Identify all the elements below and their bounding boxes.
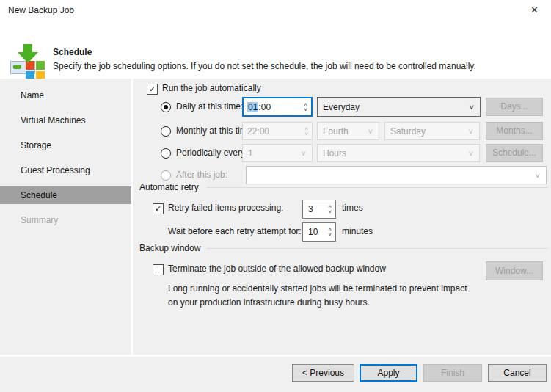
backup-window-group-title: Backup window bbox=[139, 243, 200, 254]
daily-time-input[interactable]: 01:00 ˄ ˅ bbox=[242, 97, 313, 117]
backup-window-description-line1: Long running or accidentally started job… bbox=[168, 283, 467, 294]
titlebar: New Backup Job ✕ bbox=[0, 0, 551, 21]
daily-time-hours[interactable]: 01 bbox=[247, 102, 258, 112]
wait-minutes-spinner[interactable]: ˄ ˅ bbox=[328, 227, 335, 237]
step-title: Schedule bbox=[53, 47, 92, 57]
sidebar-divider bbox=[131, 79, 133, 355]
daily-frequency-select[interactable]: Everyday ˅ bbox=[317, 97, 481, 117]
backup-job-icon bbox=[10, 44, 45, 84]
daily-radio[interactable] bbox=[161, 102, 171, 112]
chevron-down-icon: ˅ bbox=[469, 149, 473, 158]
automatic-retry-group-title: Automatic retry bbox=[139, 182, 199, 193]
run-automatically-label: Run the job automatically bbox=[162, 83, 261, 94]
new-backup-job-dialog: New Backup Job ✕ Schedule Specify the jo… bbox=[0, 0, 551, 392]
monthly-week-value: Fourth bbox=[323, 126, 349, 137]
sidebar-item-summary: Summary bbox=[0, 211, 131, 229]
wait-minutes-value[interactable]: 10 bbox=[308, 227, 318, 237]
monthly-week-select: Fourth ˅ bbox=[317, 122, 379, 140]
chevron-down-icon: ˅ bbox=[302, 149, 306, 158]
sidebar-item-virtual-machines[interactable]: Virtual Machines bbox=[0, 112, 131, 129]
window-title: New Backup Job bbox=[8, 5, 74, 15]
periodically-label: Periodically every: bbox=[176, 148, 247, 159]
terminate-checkbox[interactable] bbox=[153, 264, 164, 275]
after-job-label: After this job: bbox=[176, 170, 227, 181]
terminate-label: Terminate the job outside of the allowed… bbox=[168, 264, 386, 275]
spin-down-icon[interactable]: ˅ bbox=[328, 232, 332, 237]
window-button: Window... bbox=[486, 261, 543, 280]
chevron-down-icon: ˅ bbox=[470, 103, 474, 112]
daily-frequency-value: Everyday bbox=[323, 102, 360, 112]
retry-count-value[interactable]: 3 bbox=[308, 204, 313, 214]
retry-label: Retry failed items processing: bbox=[168, 203, 283, 214]
retry-suffix-label: times bbox=[342, 203, 363, 214]
chevron-down-icon: ˅ bbox=[368, 127, 373, 136]
run-automatically-checkbox[interactable]: ✓ bbox=[147, 84, 158, 95]
monthly-day-select: Saturday ˅ bbox=[384, 122, 480, 140]
daily-label: Daily at this time: bbox=[176, 101, 243, 112]
sidebar-item-schedule[interactable]: Schedule bbox=[0, 186, 131, 204]
days-button: Days... bbox=[486, 98, 543, 116]
spin-down-icon: ˅ bbox=[304, 131, 308, 137]
wait-suffix-label: minutes bbox=[342, 226, 373, 237]
step-description: Specify the job scheduling options. If y… bbox=[53, 61, 476, 71]
periodically-unit-value: Hours bbox=[323, 148, 346, 159]
schedule-button: Schedule... bbox=[486, 144, 543, 162]
spin-down-icon[interactable]: ˅ bbox=[328, 209, 332, 214]
retry-checkbox[interactable]: ✓ bbox=[153, 203, 164, 214]
monthly-time-spinner: ˄ ˅ bbox=[304, 126, 312, 137]
cancel-button[interactable]: Cancel bbox=[488, 364, 547, 382]
sidebar-item-guest-processing[interactable]: Guest Processing bbox=[0, 161, 131, 179]
periodically-value: 1 bbox=[248, 148, 253, 159]
after-job-select: ˅ bbox=[246, 166, 547, 184]
retry-count-input[interactable]: 3 ˄ ˅ bbox=[302, 200, 336, 219]
months-button: Months... bbox=[486, 122, 543, 140]
periodically-radio[interactable] bbox=[161, 148, 171, 159]
group-line bbox=[207, 248, 548, 249]
wait-minutes-input[interactable]: 10 ˄ ˅ bbox=[302, 222, 336, 242]
monthly-time-input: 22:00 ˄ ˅ bbox=[242, 122, 313, 140]
periodically-unit-select: Hours ˅ bbox=[317, 144, 480, 162]
monthly-time-value: 22:00 bbox=[247, 126, 269, 137]
wizard-header: Schedule Specify the job scheduling opti… bbox=[0, 21, 551, 79]
chevron-down-icon: ˅ bbox=[536, 171, 540, 180]
previous-button[interactable]: < Previous bbox=[292, 364, 354, 382]
periodically-value-select: 1 ˅ bbox=[242, 144, 313, 162]
group-line bbox=[207, 187, 548, 188]
chevron-down-icon: ˅ bbox=[469, 127, 473, 136]
sidebar-item-name[interactable]: Name bbox=[0, 87, 131, 104]
sidebar-item-storage[interactable]: Storage bbox=[0, 137, 131, 154]
close-icon[interactable]: ✕ bbox=[518, 0, 551, 21]
daily-time-spinner[interactable]: ˄ ˅ bbox=[304, 102, 311, 112]
wait-label: Wait before each retry attempt for: bbox=[168, 226, 302, 237]
backup-window-description-line2: on your production infrastructure during… bbox=[168, 297, 370, 308]
after-job-radio bbox=[161, 170, 171, 181]
apply-button[interactable]: Apply bbox=[360, 364, 417, 382]
daily-time-minutes[interactable]: 00 bbox=[261, 102, 271, 112]
spin-down-icon[interactable]: ˅ bbox=[304, 107, 307, 112]
monthly-day-value: Saturday bbox=[390, 126, 426, 137]
finish-button: Finish bbox=[423, 364, 482, 382]
monthly-radio[interactable] bbox=[161, 126, 171, 137]
retry-count-spinner[interactable]: ˄ ˅ bbox=[328, 204, 335, 214]
